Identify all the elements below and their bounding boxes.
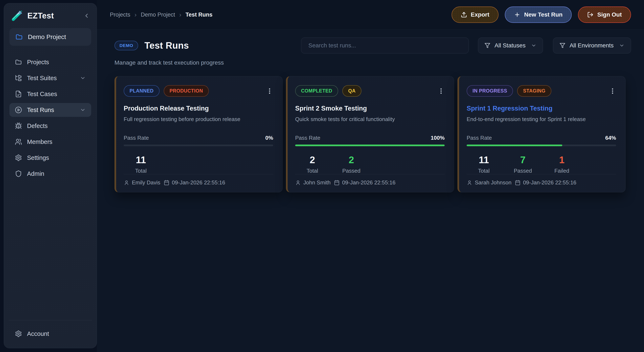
environment-badge: PRODUCTION (164, 85, 209, 97)
status-badge: COMPLETED (295, 85, 338, 97)
test-run-card[interactable]: PLANNED PRODUCTION Production Release Te… (114, 76, 282, 192)
file-check-icon (15, 90, 22, 98)
sidebar-item-label: Settings (27, 154, 49, 161)
plus-icon (514, 12, 520, 18)
test-run-title: Production Release Testing (124, 105, 273, 112)
status-badge: PLANNED (124, 85, 160, 97)
test-run-description: End-to-end regression testing for Sprint… (467, 116, 616, 123)
stats-row: 11 Total 7 Passed 1 Failed (467, 154, 616, 174)
breadcrumb: Projects › Demo Project › Test Runs (110, 11, 212, 18)
sidebar-item-test-suites[interactable]: Test Suites (10, 71, 91, 85)
pass-rate-progress-track (467, 145, 616, 146)
sidebar-item-label: Demo Project (28, 33, 66, 41)
stat-total-value: 11 (469, 154, 498, 166)
chevron-down-icon (80, 107, 86, 113)
pass-rate-value: 64% (605, 135, 616, 141)
pass-rate-label: Pass Rate (124, 135, 149, 141)
stat-total-label: Total (469, 168, 498, 174)
test-run-card[interactable]: COMPLETED QA Sprint 2 Smoke Testing Quic… (286, 76, 454, 192)
stats-row: 11 Total (124, 154, 273, 174)
sidebar-item-settings[interactable]: Settings (10, 151, 91, 165)
test-run-title-link[interactable]: Sprint 1 Regression Testing (467, 105, 616, 112)
stat-failed-value: 1 (547, 154, 576, 166)
filter-funnel-icon (560, 43, 566, 49)
gear-icon (15, 154, 22, 161)
pass-rate-row: Pass Rate 100% (295, 135, 445, 141)
pass-rate-value: 0% (265, 135, 273, 141)
stats-row: 2 Total 2 Passed (295, 154, 445, 174)
sidebar-item-defects[interactable]: Defects (10, 119, 91, 133)
sidebar-item-projects[interactable]: Projects (10, 55, 91, 69)
sidebar-item-label: Defects (27, 123, 48, 129)
sidebar-item-admin[interactable]: Admin (10, 167, 91, 181)
kebab-menu-icon[interactable] (266, 88, 273, 95)
card-footer: Emily Davis 09-Jan-2026 22:55:16 (124, 174, 273, 192)
filter-funnel-icon (484, 43, 490, 49)
sidebar-item-label: Projects (27, 59, 49, 66)
test-run-card[interactable]: IN PROGRESS STAGING Sprint 1 Regression … (458, 76, 626, 192)
search-input[interactable] (301, 38, 469, 54)
stat-total-value: 11 (126, 154, 156, 166)
sidebar-item-account[interactable]: Account (10, 327, 91, 341)
stat-passed-label: Passed (508, 168, 538, 174)
breadcrumb-separator: › (179, 11, 181, 18)
sign-out-button[interactable]: Sign Out (578, 7, 631, 23)
new-test-run-button-label: New Test Run (524, 11, 562, 18)
test-run-description: Quick smoke tests for critical functiona… (295, 116, 445, 123)
card-badges-row: COMPLETED QA (295, 85, 445, 97)
sidebar-item-label: Test Suites (27, 75, 57, 82)
kebab-menu-icon[interactable] (438, 88, 445, 95)
new-test-run-button[interactable]: New Test Run (505, 7, 572, 23)
sidebar-item-members[interactable]: Members (10, 135, 91, 149)
person-icon (124, 180, 129, 185)
pass-rate-progress-fill (295, 145, 445, 146)
stat-passed: 7 Passed (508, 154, 538, 174)
chevron-down-icon (619, 43, 624, 48)
sidebar-item-label: Members (27, 138, 52, 145)
page-subtitle: Manage and track test execution progress (114, 59, 631, 66)
sidebar-item-test-runs[interactable]: Test Runs (10, 103, 91, 117)
sidebar-item-demo-project[interactable]: Demo Project (10, 28, 91, 46)
sidebar-item-label: Admin (27, 170, 44, 177)
collapse-sidebar-chevron-left-icon[interactable] (83, 12, 90, 19)
card-footer: John Smith 09-Jan-2026 22:55:16 (295, 174, 445, 192)
environment-filter-dropdown[interactable]: All Environments (553, 38, 631, 54)
shield-icon (15, 170, 22, 177)
breadcrumb-projects[interactable]: Projects (110, 12, 130, 18)
card-footer: Sarah Johnson 09-Jan-2026 22:55:16 (467, 174, 616, 192)
pass-rate-progress-track (124, 145, 273, 146)
export-button-label: Export (471, 11, 490, 18)
top-bar: Projects › Demo Project › Test Runs Expo… (97, 0, 644, 30)
person-icon (467, 180, 472, 185)
pass-rate-row: Pass Rate 64% (467, 135, 616, 141)
stat-total-value: 2 (298, 154, 327, 166)
demo-badge: DEMO (114, 41, 138, 50)
stat-total-label: Total (298, 168, 327, 174)
test-run-title: Sprint 2 Smoke Testing (295, 105, 445, 112)
environment-badge: STAGING (517, 85, 551, 97)
person-icon (295, 180, 301, 185)
sidebar-item-label: Test Runs (27, 107, 54, 114)
card-badges-row: PLANNED PRODUCTION (124, 85, 273, 97)
upload-icon (461, 12, 467, 18)
pass-rate-row: Pass Rate 0% (124, 135, 273, 141)
sidebar-nav: Projects Test Suites Test Cases Test Run… (8, 54, 92, 182)
kebab-menu-icon[interactable] (609, 88, 616, 95)
app-logo: 🧪 EZTest (8, 9, 92, 22)
pass-rate-label: Pass Rate (295, 135, 320, 141)
status-filter-dropdown[interactable]: All Statuses (478, 38, 543, 54)
app-name: EZTest (27, 11, 54, 20)
sidebar-item-test-cases[interactable]: Test Cases (10, 87, 91, 101)
stat-total-label: Total (126, 168, 156, 174)
sidebar-item-label: Test Cases (27, 91, 57, 98)
main-area: Projects › Demo Project › Test Runs Expo… (97, 0, 644, 352)
stat-failed: 1 Failed (547, 154, 576, 174)
users-icon (15, 138, 22, 145)
owner-name: Sarah Johnson (475, 179, 512, 186)
breadcrumb-demo-project[interactable]: Demo Project (141, 12, 175, 18)
status-badge: IN PROGRESS (467, 85, 513, 97)
calendar-icon (334, 180, 340, 185)
pass-rate-value: 100% (431, 135, 445, 141)
export-button[interactable]: Export (452, 7, 499, 23)
sidebar-footer: Account (8, 320, 92, 342)
